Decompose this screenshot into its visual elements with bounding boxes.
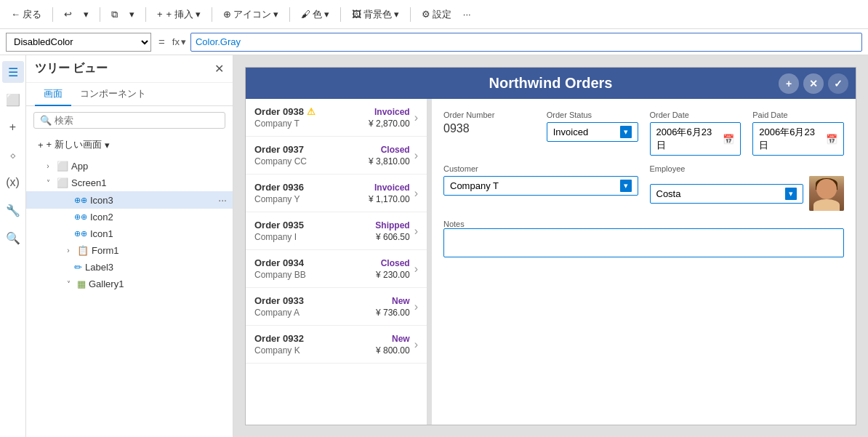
fx-label: fx: [172, 36, 180, 47]
tree-item-screen1[interactable]: ˅ ⬜ Screen1: [26, 175, 233, 191]
order-item-0932-left: Order 0932 Company K: [254, 333, 376, 356]
order-item-0934[interactable]: Order 0934 Company BB Closed ¥ 230.00 ›: [246, 250, 427, 288]
gear-icon: ⚙: [422, 9, 430, 20]
order-0937-status: Closed: [369, 145, 410, 155]
employee-dropdown[interactable]: Costa ▾: [650, 184, 804, 204]
order-item-0937[interactable]: Order 0937 Company CC Closed ¥ 3,810.00 …: [246, 137, 427, 175]
toolbar-sep-6: [340, 7, 341, 22]
tree-item-gallery1[interactable]: ˅ ▦ Gallery1: [26, 276, 233, 292]
order-0934-amount: ¥ 230.00: [376, 270, 410, 280]
sidebar-layers-icon[interactable]: ⬜: [2, 89, 24, 111]
fx-button[interactable]: fx ▾: [172, 36, 186, 47]
new-screen-plus-icon: +: [38, 140, 44, 151]
order-item-0938-left: Order 0938 ⚠ Company T: [254, 106, 369, 129]
order-date-input[interactable]: 2006年6月23日 📅: [650, 122, 742, 156]
customer-dropdown-text: Company T: [450, 180, 617, 191]
order-number-label: Order Number: [443, 111, 535, 119]
icon-button[interactable]: ⊕ アイコン ▾: [220, 6, 282, 23]
order-item-0936-right: Invoiced ¥ 1,170.00: [369, 183, 410, 204]
copy-dropdown-button[interactable]: ▾: [126, 7, 138, 22]
order-item-0938[interactable]: Order 0938 ⚠ Company T Invoiced ¥ 2,870.…: [246, 99, 427, 137]
order-item-0935[interactable]: Order 0935 Company I Shipped ¥ 606.50 ›: [246, 212, 427, 250]
toolbar-sep-2: [100, 7, 100, 22]
settings-button[interactable]: ⚙ 設定: [418, 6, 455, 23]
color-button[interactable]: 🖌 色 ▾: [297, 6, 333, 23]
screen1-label: Screen1: [71, 177, 227, 188]
sidebar-tools-icon[interactable]: 🔧: [2, 199, 24, 221]
back-label: 戻る: [23, 8, 41, 21]
color-dropdown-icon: ▾: [324, 9, 329, 20]
toolbar: ← 戻る ↩ ▾ ⧉ ▾ + + 挿入 ▾ ⊕ アイコン ▾ 🖌 色 ▾ 🖼 背…: [0, 0, 868, 29]
order-0937-title: Order 0937: [254, 144, 369, 155]
order-0933-status: New: [376, 296, 410, 306]
tab-screen[interactable]: 画面: [35, 83, 71, 106]
app-frame: Northwind Orders + ✕ ✓ Order 0938: [245, 67, 856, 425]
order-0935-company: Company I: [254, 232, 375, 242]
order-item-0934-right: Closed ¥ 230.00: [376, 258, 410, 280]
color-paint-icon: 🖌: [301, 9, 310, 20]
app-check-icon[interactable]: ✓: [828, 73, 848, 94]
app-close-icon[interactable]: ✕: [803, 73, 824, 94]
order-item-0933[interactable]: Order 0933 Company A New ¥ 736.00 ›: [246, 288, 427, 326]
more-icon: ···: [463, 9, 471, 20]
app-content: Order 0938 ⚠ Company T Invoiced ¥ 2,870.…: [246, 99, 856, 425]
customer-dropdown-arrow-icon: ▾: [620, 180, 632, 192]
property-dropdown[interactable]: DisabledColor: [6, 33, 151, 52]
tab-component[interactable]: コンポーネント: [71, 83, 155, 106]
back-button[interactable]: ← 戻る: [7, 6, 45, 23]
form1-label: Form1: [92, 245, 227, 256]
search-input[interactable]: [55, 115, 219, 126]
tree-item-app[interactable]: › ⬜ App: [26, 158, 233, 175]
order-0935-status: Shipped: [375, 220, 409, 230]
sidebar-insert-icon[interactable]: +: [2, 116, 24, 138]
undo-dropdown-button[interactable]: ▾: [80, 7, 92, 22]
label3-label: Label3: [85, 262, 227, 273]
new-screen-button[interactable]: + + 新しい画面 ▾: [33, 136, 225, 153]
calendar-icon[interactable]: 📅: [723, 134, 734, 145]
tree-item-icon3[interactable]: ⊕⊕ Icon3 ···: [26, 191, 233, 209]
tree-items: › ⬜ App ˅ ⬜ Screen1 ⊕⊕ Icon3 ··· ⊕⊕: [26, 158, 233, 437]
more-button[interactable]: ···: [459, 7, 475, 22]
order-item-0936[interactable]: Order 0936 Company Y Invoiced ¥ 1,170.00…: [246, 175, 427, 212]
copy-icon: ⧉: [111, 9, 118, 20]
tree-item-form1[interactable]: › 📋 Form1: [26, 242, 233, 259]
tree-close-button[interactable]: ✕: [214, 62, 224, 76]
sidebar-treeview-icon[interactable]: ☰: [2, 61, 24, 83]
insert-button[interactable]: + + 挿入 ▾: [153, 6, 204, 23]
notes-label: Notes: [443, 220, 844, 228]
gallery1-expander-icon: ˅: [63, 280, 74, 288]
order-status-dropdown[interactable]: Invoiced ▾: [547, 122, 638, 142]
tree-item-icon2[interactable]: ⊕⊕ Icon2: [26, 209, 233, 225]
order-0938-status: Invoiced: [369, 107, 410, 117]
paid-date-input[interactable]: 2006年6月23日 📅: [752, 122, 844, 156]
toolbar-sep-4: [212, 7, 212, 22]
gallery1-label: Gallery1: [89, 278, 227, 289]
icon-dropdown-icon: ▾: [273, 9, 278, 20]
icon3-more-button[interactable]: ···: [218, 194, 227, 206]
tree-item-label3[interactable]: ✏ Label3: [26, 259, 233, 276]
paid-date-calendar-icon[interactable]: 📅: [826, 134, 837, 145]
sidebar-data-icon[interactable]: ⬦: [2, 144, 24, 166]
sidebar-search-icon[interactable]: 🔍: [2, 227, 24, 249]
bg-color-button[interactable]: 🖼 背景色 ▾: [348, 6, 403, 23]
order-0937-amount: ¥ 3,810.00: [369, 156, 410, 167]
toolbar-sep-5: [289, 7, 290, 22]
tree-header: ツリー ビュー ✕: [26, 55, 233, 83]
notes-input[interactable]: [443, 228, 844, 257]
detail-panel: Order Number 0938 Order Status Invoiced …: [432, 99, 856, 425]
app-add-icon[interactable]: +: [779, 73, 799, 94]
order-0934-title: Order 0934: [254, 257, 376, 268]
icon-plus-circle-icon: ⊕: [223, 9, 231, 20]
formula-input[interactable]: [190, 33, 862, 52]
order-0937-company: Company CC: [254, 156, 369, 167]
tree-item-icon1[interactable]: ⊕⊕ Icon1: [26, 225, 233, 242]
copy-button[interactable]: ⧉: [108, 7, 121, 23]
order-0938-amount: ¥ 2,870.00: [369, 119, 410, 129]
order-item-0932[interactable]: Order 0932 Company K New ¥ 800.00 ›: [246, 326, 427, 364]
undo-button[interactable]: ↩: [60, 7, 76, 22]
customer-dropdown[interactable]: Company T ▾: [443, 176, 638, 196]
order-0932-company: Company K: [254, 345, 376, 356]
order-0934-chevron-icon: ›: [414, 262, 418, 276]
sidebar-variables-icon[interactable]: (x): [2, 172, 24, 193]
icon2-icon: ⊕⊕: [74, 212, 87, 222]
